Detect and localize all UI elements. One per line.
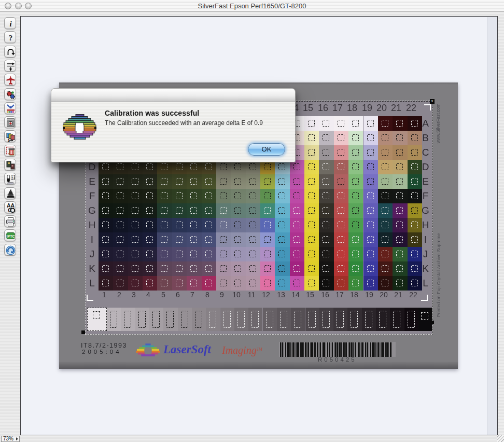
svg-text:IPTC: IPTC <box>7 234 15 238</box>
svg-text:3 4: 3 4 <box>12 177 16 180</box>
svg-text:?: ? <box>9 34 13 42</box>
svg-text:i: i <box>9 20 12 28</box>
